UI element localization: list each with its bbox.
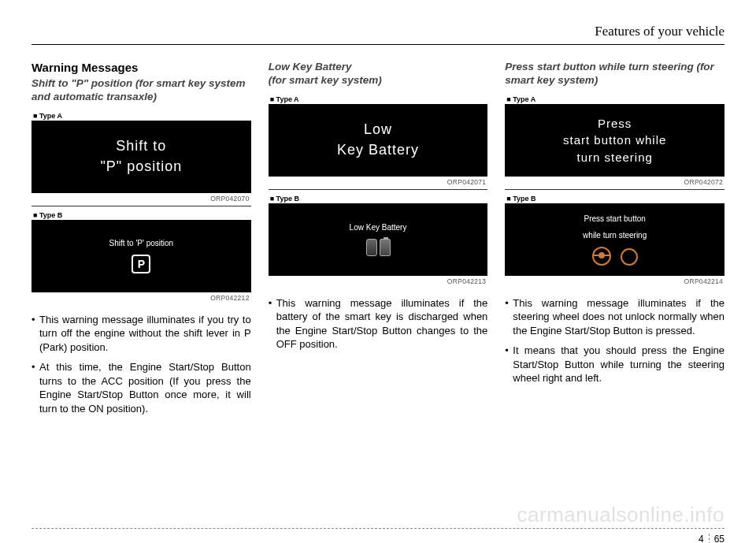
panel-type-label: ■ Type A (505, 94, 724, 104)
battery-icon (380, 239, 391, 256)
col3-panel-b: ■ Type B Press start button while turn s… (505, 193, 724, 288)
page-number-value: 65 (714, 534, 724, 543)
watermark: carmanualsonline.info (517, 503, 724, 527)
col3-bullets: This warning message illuminates if the … (505, 296, 724, 385)
page-header: Features of your vehicle (32, 24, 724, 45)
col2-subheading: Low Key Battery (for smart key system) (269, 61, 488, 87)
display-line: start button while (563, 132, 666, 148)
display-line: Low (364, 121, 392, 139)
bullet-item: This warning message illuminates if the … (505, 296, 724, 338)
bullet-item: This warning message illuminates if the … (269, 296, 488, 351)
display-line: Press start button (584, 214, 645, 224)
panel-type-label: ■ Type B (269, 193, 488, 203)
col1-panel-a: ■ Type A Shift to "P" position ORP042070 (32, 110, 251, 206)
display-line: Press (598, 116, 632, 132)
col2-bullets: This warning message illuminates if the … (269, 296, 488, 351)
display-press-a: Press start button while turn steering (505, 104, 724, 177)
display-line: turn steering (576, 150, 652, 166)
bullet-item: It means that you should press the Engin… (505, 344, 724, 385)
content-columns: Warning Messages Shift to "P" position (… (32, 61, 724, 422)
warning-heading: Warning Messages (32, 61, 251, 74)
panel-type-label: ■ Type B (32, 210, 251, 220)
column-1: Warning Messages Shift to "P" position (… (32, 61, 251, 422)
key-fob-icon (366, 239, 377, 256)
col2-panel-a: ■ Type A Low Key Battery ORP042071 (269, 94, 488, 190)
col3-subheading: Press start button while turn steering (… (505, 61, 724, 87)
panel-type-label: ■ Type A (32, 110, 251, 121)
display-lowkey-b: Low Key Battery (269, 203, 488, 276)
panel-type-label: ■ Type A (269, 94, 488, 104)
page-number: 4 65 (699, 534, 724, 543)
col1-subheading: Shift to "P" position (for smart key sys… (32, 77, 251, 104)
column-3: Press start button while turn steering (… (505, 61, 724, 422)
display-lowkey-a: Low Key Battery (269, 104, 488, 177)
col3-panel-a: ■ Type A Press start button while turn s… (505, 94, 724, 190)
display-line: "P" position (100, 158, 182, 176)
display-line: Key Battery (337, 141, 419, 159)
page-footer: 4 65 (32, 528, 724, 534)
display-line: Low Key Battery (350, 222, 407, 232)
column-2: Low Key Battery (for smart key system) ■… (269, 61, 488, 422)
display-line: while turn steering (583, 230, 647, 240)
panel-code: ORP042213 (269, 276, 488, 288)
panel-code: ORP042070 (32, 193, 251, 206)
park-icon: P (132, 255, 150, 273)
steering-icons (592, 247, 638, 266)
header-title: Features of your vehicle (595, 24, 724, 39)
bullet-item: At this time, the Engine Start/Stop Butt… (32, 360, 251, 415)
panel-code: ORP042072 (505, 177, 724, 189)
key-battery-icons (366, 239, 391, 256)
col1-panel-b: ■ Type B Shift to 'P' position P ORP0422… (32, 210, 251, 305)
section-number: 4 (699, 534, 710, 543)
panel-code: ORP042214 (505, 276, 724, 288)
panel-code: ORP042071 (269, 177, 488, 189)
display-line: Shift to (116, 137, 166, 155)
display-shift-p-b: Shift to 'P' position P (32, 220, 251, 292)
panel-type-label: ■ Type B (505, 193, 724, 203)
col2-panel-b: ■ Type B Low Key Battery ORP042213 (269, 193, 488, 288)
col1-bullets: This warning message illuminates if you … (32, 313, 251, 416)
display-press-b: Press start button while turn steering (505, 203, 724, 276)
display-shift-p-a: Shift to "P" position (32, 121, 251, 193)
bullet-item: This warning message illuminates if you … (32, 313, 251, 355)
start-stop-button-icon (621, 248, 638, 266)
steering-wheel-icon (592, 247, 611, 266)
display-line: Shift to 'P' position (109, 238, 174, 248)
panel-code: ORP042212 (32, 292, 251, 305)
